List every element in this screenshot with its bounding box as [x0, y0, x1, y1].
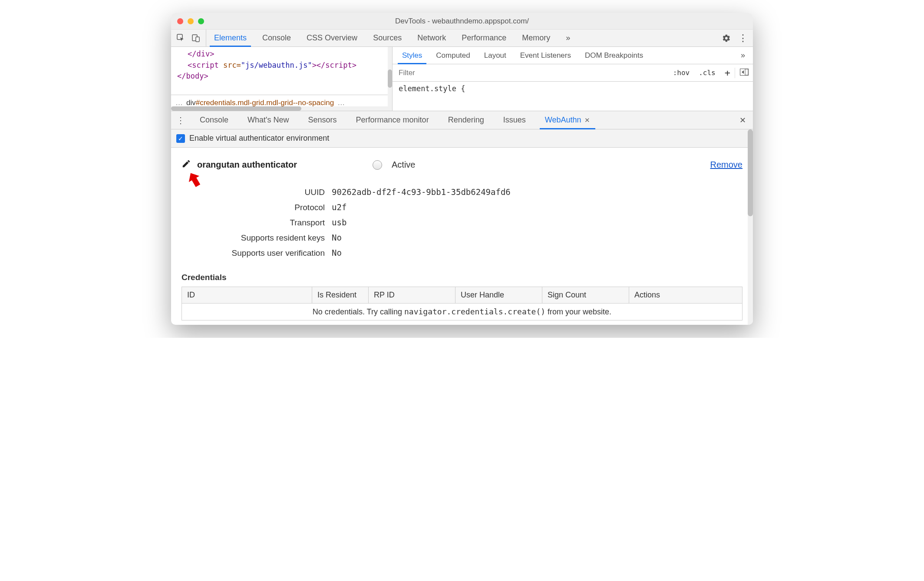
th-rp-id[interactable]: RP ID [369, 287, 455, 304]
prop-uv-value: No [332, 248, 342, 257]
tab-memory[interactable]: Memory [514, 30, 558, 46]
device-toggle-icon[interactable] [191, 33, 201, 43]
window-close-button[interactable] [177, 18, 183, 24]
th-user-handle[interactable]: User Handle [455, 287, 542, 304]
dtab-webauthn-label: WebAuthn [545, 116, 581, 125]
dom-attr-val: "js/webauthn.js" [241, 61, 312, 69]
drawer-close-icon[interactable]: ✕ [733, 116, 753, 125]
close-tab-icon[interactable]: ✕ [584, 116, 590, 124]
main-toolbar: Elements Console CSS Overview Sources Ne… [171, 30, 753, 47]
dtab-rendering[interactable]: Rendering [439, 111, 494, 129]
tab-css-overview[interactable]: CSS Overview [299, 30, 365, 46]
settings-gear-icon[interactable] [722, 33, 731, 43]
empty-code: navigator.credentials.create() [404, 307, 545, 316]
dom-line: </body> [177, 72, 208, 80]
styles-tabstrip: Styles Computed Layout Event Listeners D… [393, 47, 753, 64]
credentials-title: Credentials [182, 273, 742, 282]
prop-protocol-label: Protocol [182, 203, 325, 212]
vertical-scrollbar[interactable] [388, 47, 392, 106]
dtab-sensors[interactable]: Sensors [299, 111, 346, 129]
remove-authenticator-link[interactable]: Remove [710, 160, 742, 170]
cls-toggle[interactable]: .cls [694, 69, 720, 77]
prop-protocol-value: u2f [332, 202, 346, 212]
breadcrumb-classes: .mdl-grid.mdl-grid--no-spacing [235, 99, 334, 107]
active-radio[interactable] [373, 160, 382, 170]
subtab-event-listeners[interactable]: Event Listeners [513, 47, 578, 64]
edit-name-icon[interactable] [182, 159, 191, 171]
window-zoom-button[interactable] [198, 18, 204, 24]
styles-body[interactable]: element.style { [393, 82, 753, 96]
tab-sources[interactable]: Sources [365, 30, 409, 46]
svg-rect-2 [196, 37, 199, 42]
tabs-overflow-button[interactable]: » [558, 30, 578, 46]
subtab-styles[interactable]: Styles [395, 47, 429, 64]
enable-virtual-auth-checkbox[interactable]: ✓ [176, 134, 185, 143]
th-sign-count[interactable]: Sign Count [542, 287, 629, 304]
window-title: DevTools - webauthndemo.appspot.com/ [171, 17, 753, 26]
table-empty-row: No credentials. Try calling navigator.cr… [182, 304, 742, 320]
subtab-layout[interactable]: Layout [477, 47, 513, 64]
empty-prefix: No credentials. Try calling [313, 307, 404, 316]
dtab-webauthn[interactable]: WebAuthn ✕ [535, 111, 600, 129]
inspect-icon[interactable] [176, 33, 186, 43]
tab-performance[interactable]: Performance [454, 30, 514, 46]
dtab-console[interactable]: Console [190, 111, 238, 129]
drawer-tabstrip: ⋮ Console What's New Sensors Performance… [171, 111, 753, 129]
tab-elements[interactable]: Elements [206, 30, 254, 46]
subtabs-overflow-button[interactable]: » [736, 51, 750, 60]
styles-filter-input[interactable] [393, 64, 668, 81]
dom-attr: src= [223, 61, 241, 69]
prop-resident-label: Supports resident keys [182, 233, 325, 243]
prop-uv-label: Supports user verification [182, 248, 325, 258]
dtab-whats-new[interactable]: What's New [238, 111, 298, 129]
th-is-resident[interactable]: Is Resident [312, 287, 369, 304]
th-actions[interactable]: Actions [629, 287, 742, 304]
prop-transport-label: Transport [182, 218, 325, 228]
breadcrumb-overflow-left[interactable]: … [175, 99, 183, 107]
dom-line: </div> [188, 50, 214, 58]
elements-dom-pane: </div> <script src="js/webauthn.js"></sc… [171, 47, 393, 111]
window-minimize-button[interactable] [188, 18, 194, 24]
table-header-row: ID Is Resident RP ID User Handle Sign Co… [182, 287, 742, 304]
tab-network[interactable]: Network [409, 30, 454, 46]
prop-transport-value: usb [332, 218, 346, 227]
new-style-button[interactable]: + [720, 67, 735, 78]
prop-uuid-value: 90262adb-df2f-4c93-9bb1-35db6249afd6 [332, 187, 511, 197]
horizontal-scrollbar[interactable] [171, 106, 392, 111]
active-label: Active [392, 160, 415, 170]
toggle-sidebar-icon[interactable] [735, 69, 753, 77]
subtab-computed[interactable]: Computed [429, 47, 477, 64]
dom-tree[interactable]: </div> <script src="js/webauthn.js"></sc… [171, 47, 392, 95]
dom-line: <script [188, 61, 219, 69]
credentials-table: ID Is Resident RP ID User Handle Sign Co… [182, 287, 742, 320]
enable-virtual-auth-label: Enable virtual authenticator environment [189, 134, 329, 143]
subtab-dom-breakpoints[interactable]: DOM Breakpoints [578, 47, 650, 64]
empty-suffix: from your website. [545, 307, 611, 316]
svg-rect-3 [740, 69, 749, 75]
prop-resident-value: No [332, 233, 342, 242]
breadcrumb-id: #credentials [196, 99, 236, 107]
annotation-arrow-icon [186, 169, 207, 195]
dom-line: ></script> [312, 61, 356, 69]
titlebar: DevTools - webauthndemo.appspot.com/ [171, 13, 753, 30]
hov-toggle[interactable]: :hov [668, 69, 694, 77]
breadcrumb-tag: div [186, 99, 196, 107]
drawer-more-icon[interactable]: ⋮ [171, 115, 190, 125]
tab-console[interactable]: Console [254, 30, 299, 46]
authenticator-name: orangutan authenticator [197, 160, 297, 170]
dtab-issues[interactable]: Issues [494, 111, 535, 129]
drawer-vertical-scrollbar[interactable] [748, 129, 753, 325]
kebab-menu-icon[interactable]: ⋮ [738, 33, 748, 43]
th-id[interactable]: ID [182, 287, 312, 304]
dtab-performance-monitor[interactable]: Performance monitor [346, 111, 439, 129]
svg-rect-4 [745, 69, 748, 75]
breadcrumb-overflow-right[interactable]: … [337, 99, 345, 107]
